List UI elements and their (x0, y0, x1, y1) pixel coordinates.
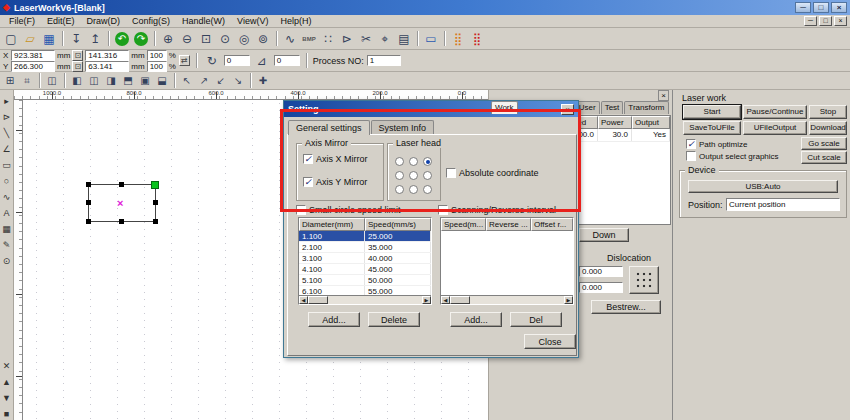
align-middle-icon[interactable]: ▣ (137, 73, 153, 88)
diameter-row[interactable]: 3.10040.000 (299, 253, 431, 264)
laser-head-radio[interactable] (395, 185, 404, 194)
resize-handle[interactable] (86, 200, 91, 205)
process-no-input[interactable]: 1 (367, 55, 401, 66)
output-matrix-icon[interactable]: ⣿ (449, 30, 467, 48)
align-bottom-icon[interactable]: ⬓ (154, 73, 170, 88)
polyline-tool-icon[interactable]: ∠ (1, 143, 13, 155)
ufile-output-button[interactable]: UFileOutput (743, 121, 807, 135)
pause-continue-button[interactable]: Pause/Continue (743, 105, 807, 119)
mdi-close-button[interactable]: × (834, 16, 847, 26)
scroll-left-icon[interactable] (299, 296, 308, 304)
ellipse-tool-icon[interactable]: ○ (1, 175, 13, 187)
path-optimize-checkbox[interactable]: Path optimize (686, 139, 747, 149)
scroll-thumb[interactable] (450, 296, 470, 304)
download-button[interactable]: Download (809, 121, 847, 135)
dot-array-icon[interactable]: ∷ (319, 30, 337, 48)
width-input[interactable]: 141.316 (85, 50, 129, 61)
x-input[interactable]: 923.381 (11, 50, 55, 61)
pick-mode-icon[interactable]: ◫ (44, 73, 60, 88)
menu-handle[interactable]: Handle(W) (176, 16, 231, 26)
laser-head-radio[interactable] (423, 185, 432, 194)
zoom-all-icon[interactable]: ⊙ (216, 30, 234, 48)
scanning-checkbox[interactable]: Scanning/Reverse interval (438, 205, 556, 215)
laser-head-radio[interactable] (395, 157, 404, 166)
absolute-coordinate-checkbox[interactable]: Absolute coordinate (446, 168, 539, 178)
move-down-left-icon[interactable]: ↙ (213, 73, 229, 88)
open-icon[interactable]: ▱ (21, 30, 39, 48)
cut-tool-icon[interactable]: ✂ (357, 30, 375, 48)
laser-head-radio-selected[interactable] (423, 157, 432, 166)
add-diameter-button[interactable]: Add... (308, 312, 360, 327)
scroll-track[interactable] (470, 296, 564, 304)
curve-tool-icon[interactable]: ∿ (1, 191, 13, 203)
preview-icon[interactable]: ▭ (422, 30, 440, 48)
menu-edit[interactable]: Edit(E) (41, 16, 81, 26)
diameter-table-scrollbar[interactable] (299, 295, 431, 304)
diameter-row[interactable]: 4.10045.000 (299, 264, 431, 275)
zoom-point-icon[interactable]: ⊚ (254, 30, 272, 48)
text-tool-icon[interactable]: A (1, 207, 13, 219)
resize-handle[interactable] (153, 219, 158, 224)
output-select-checkbox[interactable]: Output select graphics (686, 151, 779, 161)
mdi-restore-button[interactable]: □ (819, 16, 832, 26)
tab-test[interactable]: Test (601, 101, 624, 114)
stop-button[interactable]: Stop (809, 105, 847, 119)
tab-work[interactable]: Work (491, 101, 518, 114)
skew-input[interactable]: 0 (274, 55, 300, 66)
start-button[interactable]: Start (683, 105, 741, 119)
dialog-titlebar[interactable]: Setting × (284, 101, 578, 117)
usb-auto-button[interactable]: USB:Auto (688, 180, 838, 193)
resize-handle[interactable] (119, 182, 124, 187)
menu-config[interactable]: Config(S) (126, 16, 176, 26)
align-right-icon[interactable]: ◨ (103, 73, 119, 88)
align-center-icon[interactable]: ◫ (86, 73, 102, 88)
rectangle-tool-icon[interactable]: ▭ (1, 159, 13, 171)
resize-handle[interactable] (86, 182, 91, 187)
menu-draw[interactable]: Draw(D) (81, 16, 127, 26)
laser-head-radio[interactable] (409, 157, 418, 166)
resize-handle[interactable] (153, 200, 158, 205)
measure-icon[interactable]: ⌖ (376, 30, 394, 48)
laser-head-radio[interactable] (423, 171, 432, 180)
line-tool-icon[interactable]: ╲ (1, 127, 13, 139)
snap-grid-icon[interactable]: ⌗ (19, 73, 35, 88)
stop-tool-icon[interactable]: ■ (1, 408, 13, 420)
tab-transform[interactable]: Transform (624, 101, 668, 114)
menu-view[interactable]: View(V) (231, 16, 274, 26)
scroll-track[interactable] (328, 296, 422, 304)
laser-head-radio[interactable] (409, 185, 418, 194)
node-edit-tool-icon[interactable]: ⊳ (1, 111, 13, 123)
dislocation-x-input[interactable]: 0.000 (579, 266, 623, 277)
lock-x-icon[interactable]: ⊡ (72, 50, 83, 61)
zoom-in-icon[interactable]: ⊕ (159, 30, 177, 48)
move-up-left-icon[interactable]: ↖ (179, 73, 195, 88)
pen-tool-icon[interactable]: ✎ (1, 239, 13, 251)
rotate-input[interactable]: 0 (224, 55, 250, 66)
lock-y-icon[interactable]: ⊡ (72, 61, 83, 72)
zoom-out-icon[interactable]: ⊖ (178, 30, 196, 48)
small-circle-checkbox[interactable]: Small circle speed limit (296, 205, 401, 215)
axis-x-mirror-checkbox[interactable]: Axis X Mirror (303, 154, 368, 164)
align-top-icon[interactable]: ⬒ (120, 73, 136, 88)
scroll-right-icon[interactable] (564, 296, 573, 304)
laser-head-radio[interactable] (395, 171, 404, 180)
show-grid-icon[interactable]: ⊞ (2, 73, 18, 88)
save-icon[interactable]: ▦ (40, 30, 58, 48)
zoom-window-icon[interactable]: ⊡ (197, 30, 215, 48)
zoom-screen-icon[interactable]: ◎ (235, 30, 253, 48)
selected-rectangle[interactable]: × (88, 184, 156, 222)
start-point-handle[interactable] (151, 181, 159, 189)
panel-close-icon[interactable]: × (658, 90, 669, 101)
axis-y-mirror-checkbox[interactable]: Axis Y Mirror (303, 177, 367, 187)
menu-file[interactable]: File(F) (3, 16, 41, 26)
select-tool-icon[interactable]: ▸ (1, 95, 13, 107)
resize-handle[interactable] (86, 219, 91, 224)
array-grid-button[interactable] (629, 266, 659, 294)
node-edit-icon[interactable]: ⊳ (338, 30, 356, 48)
scroll-thumb[interactable] (308, 296, 328, 304)
delete-tool-icon[interactable]: ✕ (1, 360, 13, 372)
diameter-row[interactable]: 1.10025.000 (299, 231, 431, 242)
close-button[interactable]: × (831, 2, 847, 13)
close-dialog-button[interactable]: Close (524, 334, 576, 349)
laser-matrix-icon[interactable]: ⣿ (468, 30, 486, 48)
